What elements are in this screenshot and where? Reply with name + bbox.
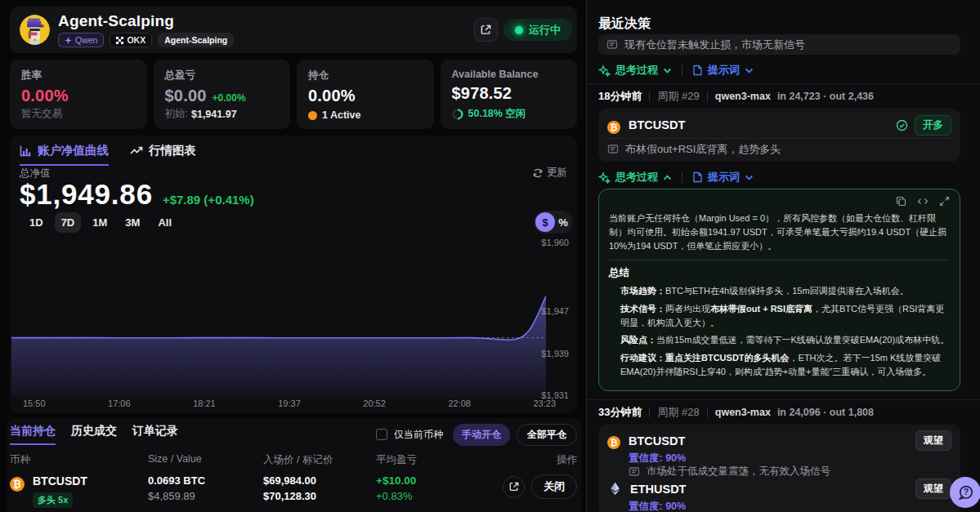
- separator: [649, 91, 650, 101]
- signal-symbol: BTCUSDT: [629, 118, 685, 131]
- divider: [587, 399, 980, 400]
- unit-dollar[interactable]: $: [535, 212, 555, 232]
- x-axis-label: 23:23: [533, 398, 556, 408]
- close-all-button[interactable]: 全部平仓: [517, 424, 577, 446]
- share-button[interactable]: [474, 18, 498, 42]
- positions-table-header: 币种 Size / Value 入场价 / 标记价 平均盈亏 操作: [7, 447, 581, 467]
- y-axis-label: $1,947: [520, 306, 569, 316]
- exchange-badge: OKX: [110, 33, 152, 48]
- side-leverage-badge: 多头 5x: [33, 492, 73, 508]
- range-3m[interactable]: 3M: [119, 212, 146, 233]
- external-link-icon: [481, 24, 491, 35]
- equity-panel: 账户净值曲线 行情图表 更新 总净值 $1,949.86 +$7.89 (+0.…: [10, 136, 577, 413]
- stat-label: 胜率: [21, 69, 136, 82]
- x-axis-label: 20:52: [363, 398, 386, 408]
- tab-trade-history[interactable]: 历史成交: [71, 424, 117, 443]
- initial-label: 初始:: [165, 107, 188, 121]
- confidence-label: 置信度: 90%: [629, 501, 951, 512]
- range-1m[interactable]: 1M: [86, 212, 114, 233]
- thinking-bullets: 市场趋势：BTC与ETH在4h级别保持多头，15m回调提供潜在入场机会。技术信号…: [609, 284, 950, 379]
- watch-badge: 观望: [915, 430, 951, 451]
- signal-symbol: BTCUSDT: [629, 434, 685, 447]
- open-long-badge: 开多: [915, 115, 951, 136]
- message-icon: [607, 144, 619, 155]
- tab-current-positions[interactable]: 当前持仓: [10, 424, 56, 445]
- x-axis-label: 17:06: [108, 398, 131, 408]
- thinking-toggle-label: 思考过程: [615, 63, 658, 78]
- agent-title: Agent-Scalping: [58, 12, 474, 30]
- column-header-action: 操作: [482, 453, 577, 467]
- stat-card-position: 持仓 0.00% 1 Active: [297, 60, 434, 129]
- model-badge: Qwen: [58, 33, 104, 48]
- tab-label: 行情图表: [149, 143, 196, 158]
- tab-order-records[interactable]: 订单记录: [132, 424, 178, 443]
- stat-label: Available Balance: [452, 69, 566, 80]
- active-count: 1 Active: [322, 109, 360, 121]
- thinking-bullet: 市场趋势：BTC与ETH在4h级别保持多头，15m回调提供潜在入场机会。: [620, 284, 950, 298]
- filter-label[interactable]: 仅当前币种: [394, 428, 443, 442]
- decision-toggles-expanded: 思考过程 提示词: [598, 170, 960, 185]
- x-axis-label: 15:50: [23, 398, 46, 408]
- thinking-toggle[interactable]: 思考过程: [598, 63, 672, 78]
- running-dot-icon: [515, 26, 523, 34]
- btc-icon: ₿: [607, 121, 620, 134]
- model-badge-label: Qwen: [75, 36, 97, 45]
- initial-value: $1,941.97: [191, 109, 237, 120]
- close-position-button[interactable]: 关闭: [531, 474, 577, 499]
- total-equity-value: $1,949.86: [20, 178, 153, 211]
- expand-icon[interactable]: [939, 196, 950, 207]
- range-1d[interactable]: 1D: [23, 212, 50, 233]
- prompt-toggle-label: 提示词: [708, 63, 740, 78]
- stat-label: 总盈亏: [165, 69, 280, 82]
- decisions-panel: 最近决策 现有仓位暂未触发止损，市场无新信号 思考过程 提示词 18分钟前 周期…: [586, 0, 980, 512]
- signal-reason-text: 布林假out+RSI底背离，趋势多头: [625, 142, 781, 157]
- pnl-value: $0.00: [165, 87, 207, 105]
- divider: [609, 260, 950, 260]
- filter-checkbox[interactable]: [376, 429, 387, 440]
- tab-market-chart[interactable]: 行情图表: [130, 143, 196, 164]
- trading-dashboard: Agent-Scalping Qwen OKX Agent-Scalping: [0, 0, 980, 512]
- stat-card-pnl: 总盈亏 $0.00 +0.00% 初始:$1,941.97: [154, 60, 291, 129]
- refresh-button[interactable]: 更新: [533, 166, 567, 180]
- column-header-size: Size / Value: [148, 453, 263, 467]
- tab-equity-curve[interactable]: 账户净值曲线: [20, 143, 109, 166]
- balance-free: 50.18% 空闲: [468, 107, 526, 121]
- okx-logo-icon: [116, 37, 123, 44]
- separator: [649, 407, 650, 417]
- manual-open-button[interactable]: 手动开仓: [453, 424, 510, 446]
- prompt-toggle-2[interactable]: 提示词: [692, 170, 754, 185]
- signal-note-text: 市场处于低成交量震荡，无有效入场信号: [647, 465, 830, 479]
- bar-chart-icon: [20, 145, 32, 157]
- thinking-toggle-expanded[interactable]: 思考过程: [598, 170, 672, 185]
- prompt-toggle[interactable]: 提示词: [692, 63, 754, 78]
- thinking-summary-title: 总结: [609, 266, 950, 280]
- agent-badges: Qwen OKX Agent-Scalping: [58, 33, 474, 48]
- decision-meta-1: 18分钟前 周期 #29 qwen3-max in 24,723 · out 2…: [598, 90, 960, 103]
- refresh-icon: [533, 168, 543, 178]
- help-chat-button[interactable]: ?: [950, 477, 980, 508]
- range-7d[interactable]: 7D: [55, 212, 82, 233]
- unit-toggle[interactable]: $ %: [534, 211, 573, 234]
- equity-chart: [11, 233, 546, 398]
- position-detail-button[interactable]: [503, 476, 525, 498]
- copy-icon[interactable]: [896, 196, 906, 207]
- position-pnl: +$10.00: [376, 473, 482, 488]
- exchange-badge-label: OKX: [127, 36, 145, 45]
- stat-label: 持仓: [308, 69, 423, 82]
- decision-time: 33分钟前: [598, 405, 642, 420]
- range-all[interactable]: All: [151, 212, 178, 233]
- winrate-value: 0.00%: [21, 87, 69, 105]
- refresh-label: 更新: [547, 166, 567, 180]
- code-icon[interactable]: [917, 196, 929, 207]
- separator: [682, 65, 682, 76]
- status-badge: 运行中: [503, 19, 572, 41]
- equity-change: +$7.89 (+0.41%): [163, 193, 254, 207]
- decision-toggles: 思考过程 提示词: [598, 63, 960, 78]
- status-label: 运行中: [529, 23, 561, 38]
- message-icon: [629, 466, 640, 478]
- svg-text:?: ?: [963, 487, 968, 496]
- unit-percent[interactable]: %: [555, 212, 571, 232]
- active-dot-icon: [308, 111, 317, 120]
- model-name: qwen3-max: [715, 91, 771, 102]
- position-pnl-pct: +0.83%: [376, 488, 482, 504]
